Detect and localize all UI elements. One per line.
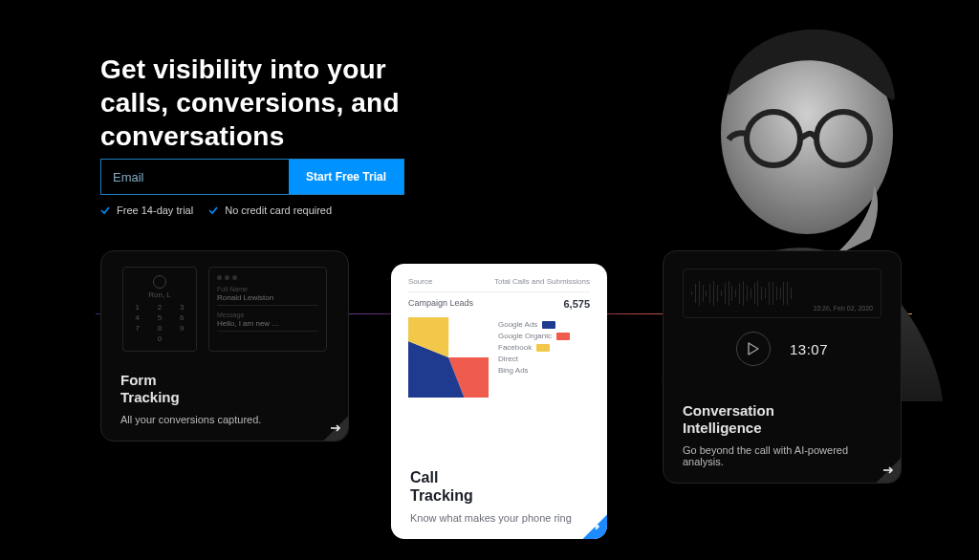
arrow-right-icon [588,520,601,533]
card-title: FormTracking [120,372,329,406]
card-subtitle: Go beyond the call with AI-powered analy… [683,444,881,467]
contact-name: Ron, L [129,291,190,299]
campaign-leads-label: Campaign Leads [408,298,473,310]
card-conversation-intelligence[interactable]: 10:26, Feb 02, 2020 13:07 ConversationIn… [663,250,902,484]
arrow-right-icon [881,463,895,477]
card-call-tracking[interactable]: Source Total Calls and Submissions Campa… [391,264,607,539]
benefit-item: Free 14-day trial [100,205,193,216]
call-tracking-preview: Source Total Calls and Submissions Campa… [408,277,590,398]
pie-chart [408,317,489,398]
playback-time: 13:07 [790,341,828,357]
card-subtitle: Know what makes your phone ring [410,512,588,524]
waveform-caption: 10:26, Feb 02, 2020 [813,305,873,312]
campaign-leads-value: 6,575 [563,298,590,310]
window-dots-icon [217,275,318,280]
table-col-source: Source [408,277,432,286]
benefit-item: No credit card required [208,205,332,216]
card-form-tracking[interactable]: Ron, L 123 456 789 0 Full Name Ronald Le… [100,250,349,442]
arrow-right-icon [329,421,342,435]
card-subtitle: All your conversions captured. [120,414,329,425]
card-title: ConversationIntelligence [683,402,881,437]
card-title: CallTracking [410,469,588,505]
signup-form: Start Free Trial Free 14-day trial No cr… [100,159,404,216]
table-col-total: Total Calls and Submissions [494,277,590,286]
landing-hero-section: Get visibility into your calls, conversi… [0,0,979,560]
mini-form: Full Name Ronald Lewiston Message Hello,… [208,267,327,352]
email-input[interactable] [101,160,289,194]
page-headline: Get visibility into your calls, conversi… [100,53,406,153]
start-free-trial-button[interactable]: Start Free Trial [289,160,403,194]
play-button[interactable] [736,332,771,366]
avatar-icon [153,275,166,289]
play-icon [748,342,759,355]
mini-dialpad: Ron, L 123 456 789 0 [122,267,197,352]
signup-benefits: Free 14-day trial No credit card require… [100,205,404,216]
pie-legend: Google Ads Google Organic Facebook Direc… [498,317,570,377]
check-icon [208,205,218,215]
waveform-preview: 10:26, Feb 02, 2020 [683,269,881,318]
form-tracking-preview: Ron, L 123 456 789 0 Full Name Ronald Le… [122,267,327,352]
dialpad-keys: 123 456 789 0 [129,303,190,343]
check-icon [100,205,110,215]
